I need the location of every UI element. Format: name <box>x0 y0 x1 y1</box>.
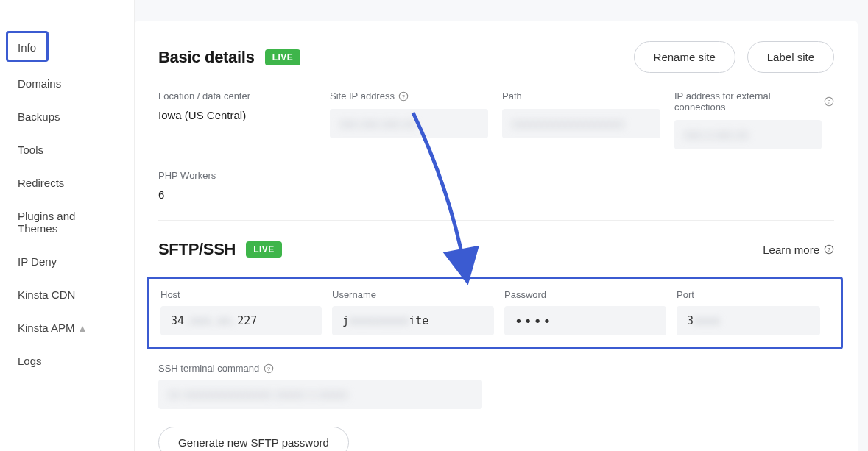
svg-text:?: ? <box>828 99 831 105</box>
rename-site-button[interactable]: Rename site <box>634 41 735 73</box>
help-icon: ? <box>824 244 834 255</box>
site-ip-value[interactable]: xxx.xxx.xxx.xx <box>330 109 488 138</box>
username-block: Username jxxxxxxxxxite <box>332 289 504 335</box>
ssh-cmd-value[interactable]: xx xxxxxxxxxxxxxxx xxxxx x xxxxx <box>158 380 482 409</box>
live-badge: LIVE <box>246 241 282 258</box>
port-label: Port <box>677 289 829 300</box>
svg-text:?: ? <box>828 246 831 253</box>
nav-label: Kinsta APM <box>18 322 75 334</box>
ssh-cmd-label: SSH terminal command <box>158 363 259 374</box>
apm-badge-icon <box>78 324 87 333</box>
sidebar-item-info[interactable]: Info <box>0 32 134 63</box>
nav-label: Backups <box>18 110 60 123</box>
sidebar-item-domains[interactable]: Domains <box>0 67 134 100</box>
site-ip-label: Site IP address ? <box>330 90 502 102</box>
username-value[interactable]: jxxxxxxxxxite <box>332 306 494 335</box>
nav-label: Domains <box>18 77 61 90</box>
ext-ip-label: IP address for external connections ? <box>674 90 834 113</box>
path-block: Path xxxxxxxxxxxxxxxxxxx <box>502 90 674 149</box>
help-icon[interactable]: ? <box>824 96 834 107</box>
password-value[interactable]: •••• <box>504 306 666 335</box>
host-value[interactable]: 34.xxx.xx.227 <box>160 306 322 335</box>
sftp-section: SFTP/SSH LIVE Learn more ? Host 34.xxx.x… <box>158 240 834 451</box>
port-block: Port 3xxxx <box>677 289 829 335</box>
username-label: Username <box>332 289 504 300</box>
sidebar: Info Domains Backups Tools Redirects Plu… <box>0 0 135 451</box>
basic-title: Basic details <box>158 48 255 67</box>
path-value[interactable]: xxxxxxxxxxxxxxxxxxx <box>502 109 660 138</box>
sidebar-item-logs[interactable]: Logs <box>0 344 134 377</box>
sftp-title: SFTP/SSH <box>158 240 236 259</box>
sidebar-item-backups[interactable]: Backups <box>0 100 134 133</box>
nav-label: IP Deny <box>18 255 57 268</box>
php-workers-block: PHP Workers 6 <box>158 170 834 201</box>
nav-label: Kinsta CDN <box>18 288 75 301</box>
help-icon[interactable]: ? <box>264 363 274 374</box>
path-label: Path <box>502 90 674 102</box>
password-label: Password <box>504 289 677 300</box>
host-block: Host 34.xxx.xx.227 <box>160 289 332 335</box>
nav-label: Tools <box>18 143 43 156</box>
password-block: Password •••• <box>504 289 677 335</box>
label-site-button[interactable]: Label site <box>747 41 834 73</box>
sftp-credentials-box: Host 34.xxx.xx.227 Username jxxxxxxxxxit… <box>147 277 843 349</box>
svg-text:?: ? <box>267 365 271 372</box>
sidebar-item-ipdeny[interactable]: IP Deny <box>0 245 134 278</box>
main-content: Basic details LIVE Rename site Label sit… <box>135 21 858 451</box>
learn-more-link[interactable]: Learn more ? <box>763 244 834 256</box>
host-label: Host <box>160 289 332 300</box>
ext-ip-block: IP address for external connections ? xx… <box>674 90 834 149</box>
svg-text:?: ? <box>402 93 406 99</box>
generate-sftp-password-button[interactable]: Generate new SFTP password <box>158 427 349 451</box>
nav-label: Info <box>18 41 36 54</box>
site-ip-block: Site IP address ? xxx.xxx.xxx.xx <box>330 90 502 149</box>
nav-label: Redirects <box>18 177 64 189</box>
live-badge: LIVE <box>265 49 301 65</box>
php-label: PHP Workers <box>158 170 834 181</box>
php-value: 6 <box>158 188 834 201</box>
nav-label: Logs <box>18 355 42 367</box>
location-value: Iowa (US Central) <box>158 109 330 121</box>
sidebar-item-redirects[interactable]: Redirects <box>0 166 134 199</box>
sidebar-item-plugins[interactable]: Plugins and Themes <box>0 199 134 245</box>
nav-label: Plugins and Themes <box>18 210 116 235</box>
sidebar-item-tools[interactable]: Tools <box>0 133 134 166</box>
basic-details-section: Basic details LIVE Rename site Label sit… <box>158 41 834 221</box>
help-icon[interactable]: ? <box>398 91 409 102</box>
ext-ip-value[interactable]: xxx.x.xxx.xx <box>674 120 822 149</box>
sidebar-item-cdn[interactable]: Kinsta CDN <box>0 278 134 311</box>
port-value[interactable]: 3xxxx <box>677 306 820 335</box>
location-block: Location / data center Iowa (US Central) <box>158 90 330 149</box>
location-label: Location / data center <box>158 90 330 102</box>
sidebar-item-apm[interactable]: Kinsta APM <box>0 311 134 344</box>
